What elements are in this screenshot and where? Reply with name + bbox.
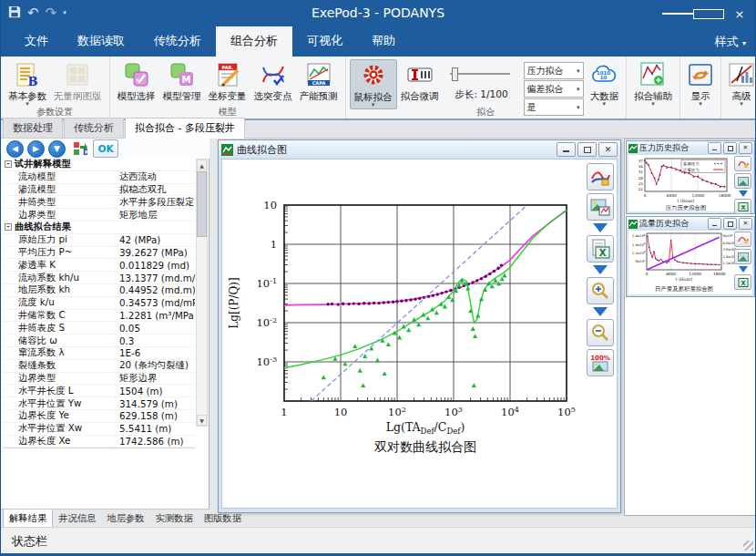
tree-row[interactable]: 渗透率 K0.011829 (md) (3, 259, 195, 272)
minimize-button[interactable] (662, 0, 693, 27)
menu-tab-3[interactable]: 组合分析 (216, 26, 292, 57)
tree-row[interactable]: 井筒表皮 S0.05 (3, 322, 195, 335)
mouse-fit-button[interactable]: 鼠标拟合▾ (350, 59, 397, 109)
tree-row[interactable]: 裂缝条数20 (条均匀裂缝) (3, 360, 195, 373)
menu-tab-4[interactable]: 可视化 (292, 26, 357, 57)
zoom-dropdown-arrow-icon[interactable] (593, 307, 608, 316)
style-menu-button[interactable]: 样式 ▾ (715, 34, 746, 50)
document-tab-2[interactable]: 拟合拟合 - 多段压裂井 (125, 118, 245, 139)
tree-section-header[interactable]: -曲线拟合结果 (3, 221, 195, 234)
mini-dropdown-arrow-icon[interactable] (739, 266, 748, 273)
bottom-tab-2[interactable]: 地层参数 (101, 510, 149, 528)
bottom-tab-4[interactable]: 图版数据 (199, 510, 247, 528)
tree-row[interactable]: 水平井位置 Yw314.579 (m) (3, 397, 195, 410)
fit-assist-button[interactable]: 拟合辅助▾ (630, 59, 676, 108)
excel-dropdown-arrow-icon[interactable] (593, 265, 608, 274)
mini-close-button[interactable]: ✕ (739, 142, 752, 154)
tree-row[interactable]: 渗流模型拟稳态双孔 (3, 184, 195, 197)
resize-grip[interactable] (743, 541, 753, 551)
nav-down-button[interactable]: ▼ (48, 140, 66, 158)
mini-export-excel-button[interactable]: X (734, 199, 751, 214)
step-slider-thumb[interactable] (452, 67, 458, 81)
child-close-button[interactable]: ✕ (598, 142, 618, 157)
fit-finetune-button[interactable]: 拟合微调 (397, 59, 443, 101)
nav-back-button[interactable]: ◀ (6, 140, 24, 158)
menu-tab-0[interactable]: 文件 (10, 26, 63, 57)
tree-section-header[interactable]: -试井解释模型 (3, 159, 195, 171)
mini-copy-image-button[interactable] (734, 173, 751, 189)
bottom-tab-3[interactable]: 实测数据 (150, 510, 199, 528)
tree-row[interactable]: 边界类型矩形地层 (3, 209, 195, 221)
close-button[interactable]: × (724, 0, 755, 27)
tree-row[interactable]: 流度 k/u0.34573 (md/mPa.s) (3, 297, 195, 310)
tree-row[interactable]: 平均压力 P~39.2627 (MPa) (3, 247, 195, 260)
curve-fit-window-titlebar[interactable]: 曲线拟合图 ✕ (219, 140, 620, 159)
document-tab-0[interactable]: 数据处理 (3, 118, 63, 138)
bottom-tab-1[interactable]: 井况信息 (53, 510, 101, 528)
tree-row[interactable]: 水平井位置 Xw5.5411 (m) (3, 423, 195, 436)
tree-row[interactable]: 窜流系数 λ1E-6 (3, 347, 195, 360)
chart-settings-button[interactable] (587, 163, 614, 190)
menu-tab-2[interactable]: 传统分析 (139, 26, 216, 57)
big-data-button[interactable]: 101010 大数据▾ (587, 59, 623, 108)
model-select-button[interactable]: 模型选择 (114, 59, 159, 101)
collapse-icon[interactable]: - (5, 223, 12, 231)
param-name: 边界长度 Ye (3, 410, 116, 422)
tree-row[interactable]: 储容比 ω0.3 (3, 335, 195, 347)
capacity-forecast-button[interactable]: CAPA 产能预测 (296, 59, 342, 101)
step-slider[interactable] (450, 64, 514, 84)
mini-export-excel-button[interactable]: X (734, 274, 751, 290)
model-manage-button[interactable]: M 模型管理 (159, 59, 205, 101)
tree-row[interactable]: 井储常数 C1.2281 (m³/MPa) (3, 310, 195, 323)
tree-row[interactable]: 水平井长度 L1504 (m) (3, 385, 195, 397)
collapse-icon[interactable]: - (5, 160, 12, 168)
tree-row[interactable]: 流动系数 kh/u13.1377 (md.m/mPa.s) (3, 272, 195, 284)
mini-minimize-button[interactable] (708, 218, 721, 230)
pressure-fit-select[interactable]: 压力拟合▾ (524, 62, 584, 79)
tree-row[interactable]: 边界长度 Xe1742.586 (m) (3, 436, 195, 448)
mini-copy-image-button[interactable] (734, 249, 751, 264)
maximize-button[interactable] (693, 0, 724, 27)
tree-row[interactable]: 流动模型达西流动 (3, 171, 195, 184)
convert-icon[interactable]: D (73, 141, 87, 156)
display-button[interactable]: 显示▾ (684, 59, 717, 108)
scrollbar-thumb[interactable] (197, 171, 207, 237)
basic-params-button[interactable]: B 基本参数▾ (5, 59, 50, 108)
child-restore-button[interactable] (577, 142, 597, 157)
scroll-up-icon[interactable]: ▲ (197, 160, 207, 170)
ok-button[interactable]: OK (93, 139, 118, 158)
menu-tab-1[interactable]: 数据读取 (63, 26, 139, 57)
nav-forward-button[interactable]: ▶ (27, 140, 45, 158)
panel-scrollbar[interactable]: ▲ ▼ (196, 159, 208, 427)
scroll-down-icon[interactable]: ▼ (197, 415, 207, 426)
menu-tab-5[interactable]: 帮助 (357, 26, 410, 57)
tree-row[interactable]: 边界长度 Ye629.158 (m) (3, 410, 195, 423)
mini-minimize-button[interactable] (708, 142, 721, 154)
mini-dropdown-arrow-icon[interactable] (739, 190, 748, 197)
bottom-tab-0[interactable]: 解释结果 (3, 510, 53, 529)
child-minimize-button[interactable] (557, 142, 576, 157)
coordinate-variable-button[interactable]: PAR. 坐标变量 (205, 59, 250, 101)
document-tab-1[interactable]: 传统分析 (64, 118, 124, 138)
zoom-in-button[interactable] (587, 277, 614, 304)
pressure-history-titlebar[interactable]: 压力历史拟合 ✕ (627, 141, 754, 155)
mini-restore-button[interactable] (723, 142, 737, 154)
copy-image-button[interactable] (587, 193, 614, 221)
tree-row[interactable]: 原始压力 pi42 (MPa) (3, 234, 195, 247)
loglog-fit-chart[interactable]: 11010210310410510110-110-210-3Lg(TADef/C… (224, 161, 590, 467)
mini-close-button[interactable]: ✕ (739, 218, 752, 230)
select-breakpoint-button[interactable]: 选突变点 (250, 59, 296, 101)
tree-row[interactable]: 地层系数 kh0.44952 (md.m) (3, 284, 195, 297)
chart-dropdown-arrow-icon[interactable] (593, 223, 608, 232)
mini-restore-button[interactable] (723, 218, 737, 230)
tree-row[interactable]: 边界类型矩形边界 (3, 373, 195, 386)
deviation-fit-select[interactable]: 偏差拟合▾ (524, 80, 584, 98)
advanced-button[interactable]: 高级▾ (725, 59, 756, 108)
mini-chart-settings-button[interactable] (734, 156, 751, 171)
rate-history-titlebar[interactable]: 流量历史拟合 ✕ (627, 217, 754, 231)
export-excel-button[interactable]: X (587, 235, 614, 263)
mini-chart-settings-button[interactable] (734, 232, 751, 247)
zoom-100-button[interactable]: 100% (587, 349, 614, 376)
tree-row[interactable]: 井筒类型水平井多段压裂定井储 (3, 196, 195, 209)
zoom-out-button[interactable] (587, 319, 614, 346)
